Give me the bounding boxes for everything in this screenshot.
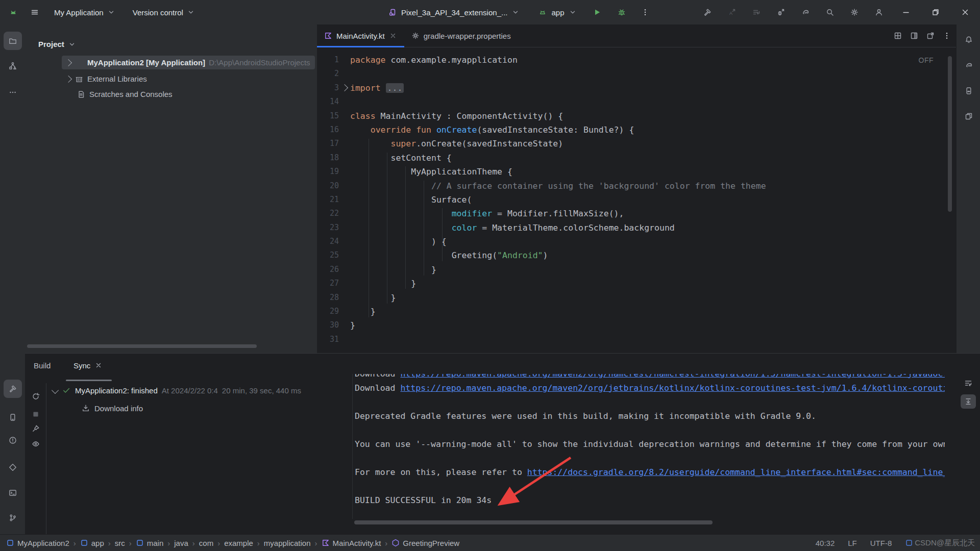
code-line[interactable]: 15class MainActivity : ComponentActivity… (317, 109, 956, 123)
pin-button[interactable] (30, 423, 41, 434)
code-line[interactable]: 2 (317, 67, 956, 81)
console-horizontal-scrollbar[interactable] (354, 520, 713, 524)
settings-gear-button[interactable] (845, 3, 864, 21)
breadcrumb-item[interactable]: src (115, 539, 125, 547)
code-line[interactable]: 29 } (317, 305, 956, 318)
vcs-menu-button[interactable]: Version control (129, 5, 199, 20)
tool-strip-build-hammer[interactable] (4, 380, 22, 398)
project-horizontal-scrollbar[interactable] (27, 344, 257, 348)
code-line[interactable]: 27 } (317, 277, 956, 290)
breadcrumb-item[interactable]: example (224, 539, 253, 547)
build-tab[interactable]: Build (34, 358, 51, 373)
chevron-right-icon[interactable] (65, 59, 72, 66)
code-line[interactable]: 25 Greeting("Android") (317, 248, 956, 262)
code-line[interactable]: 24 ) { (317, 235, 956, 248)
code-line[interactable]: 23 color = MaterialTheme.colorScheme.bac… (317, 221, 956, 235)
tool-strip-device-manager[interactable] (960, 82, 978, 100)
code-line[interactable]: 31 (317, 333, 956, 346)
tool-strip-problems[interactable] (4, 431, 22, 449)
caret-position-widget[interactable]: 40:32 (816, 539, 835, 547)
breadcrumb-item[interactable]: MainActivity.kt (322, 539, 381, 547)
code-line[interactable]: 28 } (317, 291, 956, 305)
scratches-node[interactable]: Scratches and Consoles (77, 87, 173, 101)
kebab-vertical-icon[interactable] (943, 32, 951, 40)
code-line[interactable]: 18 setContent { (317, 151, 956, 165)
fold-chevron-icon[interactable] (339, 81, 350, 95)
encoding-widget[interactable]: UTF-8 (870, 539, 892, 547)
attach-debugger-button[interactable] (772, 3, 790, 21)
code-line[interactable]: 30} (317, 318, 956, 332)
code-line[interactable]: 26 } (317, 263, 956, 277)
rerun-tasks-button[interactable] (747, 3, 766, 21)
editor-tab-gradle-wrapper.properties[interactable]: gradle-wrapper.properties (404, 24, 518, 47)
tool-strip-terminal[interactable] (4, 484, 22, 502)
tool-strip-device-explorer[interactable] (4, 408, 22, 427)
project-menu-button[interactable]: My Application (50, 5, 119, 20)
run-button[interactable] (592, 7, 602, 17)
minimize-window-button[interactable] (894, 0, 918, 24)
run-configuration-selector[interactable]: app (538, 8, 576, 17)
stop-button[interactable] (30, 409, 41, 420)
console-link[interactable]: https://docs.gradle.org/8.2/userguide/co… (527, 467, 945, 477)
sync-refresh-button[interactable] (30, 391, 41, 402)
tool-strip-running-devices[interactable] (960, 107, 978, 126)
breadcrumb-item[interactable]: GreetingPreview (391, 539, 459, 547)
tool-strip-gradle[interactable] (960, 56, 978, 74)
editor-vertical-scrollbar[interactable] (948, 56, 952, 212)
code-line[interactable]: 1package com.example.myapplication (317, 53, 956, 67)
line-separator-widget[interactable]: LF (848, 539, 857, 547)
filter-eye-button[interactable] (30, 438, 41, 449)
profile-avatar-button[interactable] (870, 3, 888, 21)
build-hammer-button[interactable] (698, 3, 717, 21)
tool-strip-notifications-bell[interactable] (960, 31, 978, 49)
code-line[interactable]: 3import ... (317, 81, 956, 95)
code-line[interactable]: 20 // A surface container using the 'bac… (317, 179, 956, 193)
chevron-right-icon[interactable] (65, 75, 72, 82)
breadcrumb-item[interactable]: com (199, 539, 213, 547)
tool-strip-version-control[interactable] (4, 509, 22, 527)
code-line[interactable]: 14 (317, 95, 956, 109)
tool-strip-structure[interactable] (4, 57, 22, 75)
breadcrumb-item[interactable]: main (136, 539, 164, 547)
device-selector[interactable]: Pixel_3a_API_34_extension_... (388, 8, 520, 17)
split-right-icon[interactable] (910, 32, 918, 40)
scroll-to-end-button[interactable] (961, 394, 976, 409)
open-in-window-icon[interactable] (926, 32, 935, 40)
breadcrumb-item[interactable]: MyApplication2 (6, 539, 69, 547)
code-line[interactable]: 22 modifier = Modifier.fillMaxSize(), (317, 207, 956, 220)
code-line[interactable]: 16 override fun onCreate(savedInstanceSt… (317, 123, 956, 137)
project-root-node[interactable]: MyApplication2 [My Application] D:\App\A… (66, 56, 310, 69)
main-menu-icon[interactable] (29, 6, 41, 18)
breadcrumb-item[interactable]: java (174, 539, 188, 547)
more-run-options-icon[interactable] (640, 7, 650, 17)
sync-gradle-button[interactable] (796, 3, 815, 21)
breadcrumb-item[interactable]: app (80, 539, 104, 547)
console-link[interactable]: https://repo.maven.apache.org/maven2/org… (400, 374, 945, 379)
external-libraries-node[interactable]: External Libraries (66, 72, 147, 86)
download-info-row[interactable]: Download info (81, 404, 143, 413)
close-icon[interactable] (94, 361, 103, 369)
sync-result-row[interactable]: MyApplication2: finished At 2024/2/22 0:… (53, 386, 301, 395)
sync-tab[interactable]: Sync (74, 358, 103, 373)
maximize-window-button[interactable] (924, 0, 947, 24)
soft-wrap-button[interactable] (961, 376, 976, 390)
tool-strip-app-quality-insights[interactable] (4, 458, 22, 477)
debug-button[interactable] (617, 7, 627, 17)
code-line[interactable]: 19 MyApplicationTheme { (317, 165, 956, 179)
profiler-button[interactable]: A (723, 3, 741, 21)
tool-strip-project-folder[interactable] (4, 32, 22, 50)
console-link[interactable]: https://repo.maven.apache.org/maven2/org… (400, 383, 945, 393)
close-window-button[interactable] (953, 0, 977, 24)
code-line[interactable]: 21 Surface( (317, 193, 956, 207)
chevron-down-icon[interactable] (52, 387, 59, 394)
breadcrumb-item[interactable]: myapplication (264, 539, 311, 547)
search-everywhere-button[interactable] (821, 3, 839, 21)
build-console[interactable]: Download https://repo.maven.apache.org/m… (352, 374, 945, 519)
close-small-icon[interactable] (389, 32, 397, 40)
editor-tab-MainActivity.kt[interactable]: MainActivity.kt (317, 24, 404, 47)
tool-strip-more-horizontal[interactable] (4, 83, 22, 102)
code-editor[interactable]: 1package com.example.myapplication23impo… (317, 47, 956, 353)
project-panel-header[interactable]: Project (38, 40, 76, 48)
code-line[interactable]: 17 super.onCreate(savedInstanceState) (317, 137, 956, 151)
layout-grid-icon[interactable] (894, 32, 902, 40)
